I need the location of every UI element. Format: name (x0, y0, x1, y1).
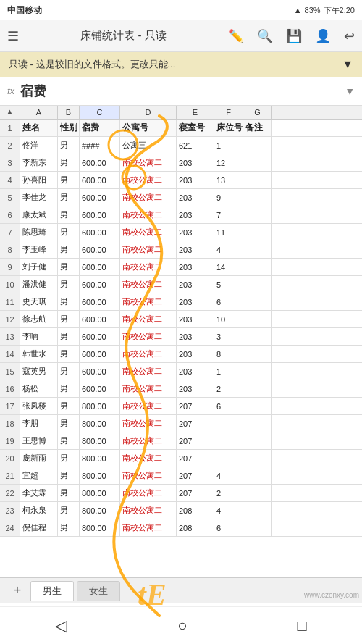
cell-e[interactable]: 203 (177, 380, 214, 397)
cell-a[interactable]: 陈思琦 (20, 224, 58, 241)
tab-male[interactable]: 男生 (30, 581, 74, 601)
cell-e[interactable]: 203 (177, 224, 214, 241)
cell-g[interactable] (243, 172, 272, 188)
table-row[interactable]: 17 张凤楼 男 800.00 南校公寓二 207 6 (0, 398, 362, 415)
cell-g[interactable] (243, 259, 272, 275)
cell-c[interactable]: 600.00 (80, 328, 120, 345)
cell-e[interactable]: 203 (177, 206, 214, 223)
cell-g[interactable] (243, 380, 272, 397)
cell-e[interactable]: 207 (177, 398, 214, 414)
cell-b[interactable]: 男 (58, 485, 80, 501)
cell-f[interactable]: 13 (214, 172, 243, 188)
cell-e[interactable]: 203 (177, 276, 214, 293)
cell-b[interactable]: 男 (58, 415, 80, 432)
cell-a[interactable]: 柯永泉 (20, 502, 58, 519)
cell-b[interactable]: 男 (58, 276, 80, 293)
table-row[interactable]: 15 寇英男 男 600.00 南校公寓二 203 1 (0, 363, 362, 380)
cell-d[interactable]: 南校公寓二 (120, 380, 177, 397)
cell-d[interactable]: 南校公寓二 (120, 346, 177, 362)
cell-b[interactable]: 男 (58, 137, 80, 154)
cell-f[interactable]: 4 (214, 467, 243, 484)
cell-a[interactable]: 徐志航 (20, 311, 58, 327)
search-icon[interactable]: 🔍 (257, 28, 273, 44)
cell-f[interactable] (214, 415, 243, 432)
cell-c[interactable]: 600.00 (80, 189, 120, 206)
cell-c[interactable]: 600.00 (80, 311, 120, 327)
cell-d[interactable]: 南校公寓二 (120, 154, 177, 171)
cell-e[interactable]: 207 (177, 485, 214, 501)
cell-c[interactable]: #### (80, 137, 120, 154)
expand-icon[interactable]: ▼ (342, 58, 353, 71)
cell-g[interactable] (243, 450, 272, 467)
menu-icon[interactable]: ☰ (7, 28, 19, 44)
cell-d[interactable]: 南校公寓二 (120, 485, 177, 501)
cell-g[interactable] (243, 154, 272, 171)
cell-f[interactable]: 7 (214, 206, 243, 223)
cell-e[interactable]: 203 (177, 154, 214, 171)
cell-b[interactable]: 男 (58, 189, 80, 206)
col-header-d[interactable]: D (120, 106, 177, 119)
cell-f[interactable]: 1 (214, 137, 243, 154)
home-button[interactable]: ○ (177, 616, 187, 635)
cell-e[interactable]: 207 (177, 450, 214, 467)
cell-e[interactable]: 207 (177, 467, 214, 484)
cell-c[interactable]: 800.00 (80, 502, 120, 519)
table-row[interactable]: 6 康太斌 男 600.00 南校公寓二 203 7 (0, 206, 362, 224)
table-row[interactable]: 3 李新东 男 600.00 南校公寓二 203 12 (0, 154, 362, 172)
cell-b[interactable]: 男 (58, 450, 80, 467)
cell-e[interactable]: 203 (177, 293, 214, 310)
cell-d[interactable]: 南校公寓二 (120, 276, 177, 293)
cell-c[interactable]: 800.00 (80, 415, 120, 432)
cell-a[interactable]: 杨松 (20, 380, 58, 397)
cell-g[interactable] (243, 519, 272, 536)
cell-g[interactable] (243, 485, 272, 501)
cell-a[interactable]: 李艾霖 (20, 485, 58, 501)
cell-b[interactable]: 男 (58, 224, 80, 241)
cell-e[interactable]: 203 (177, 363, 214, 380)
table-row[interactable]: 21 宜超 男 800.00 南校公寓二 207 4 (0, 467, 362, 485)
cell-c[interactable]: 600.00 (80, 206, 120, 223)
cell-f[interactable]: 6 (214, 293, 243, 310)
cell-c[interactable]: 600.00 (80, 380, 120, 397)
table-row[interactable]: 24 倪佳程 男 800.00 南校公寓二 208 6 (0, 519, 362, 537)
cell-e[interactable]: 203 (177, 311, 214, 327)
cell-d[interactable]: 南校公寓二 (120, 189, 177, 206)
cell-g[interactable] (243, 346, 272, 362)
cell-f[interactable]: 8 (214, 346, 243, 362)
cell-a[interactable]: 刘子健 (20, 259, 58, 275)
cell-g[interactable] (243, 276, 272, 293)
cell-c[interactable]: 600.00 (80, 241, 120, 258)
cell-g[interactable] (243, 432, 272, 449)
cell-f[interactable]: 4 (214, 241, 243, 258)
cell-b[interactable]: 男 (58, 311, 80, 327)
cell-g[interactable] (243, 415, 272, 432)
col-header-c[interactable]: C (80, 106, 120, 119)
cell-f[interactable] (214, 432, 243, 449)
cell-g[interactable] (243, 363, 272, 380)
cell-d[interactable]: 公寓号 (120, 120, 177, 136)
cell-d[interactable]: 南校公寓二 (120, 328, 177, 345)
cell-c[interactable]: 800.00 (80, 467, 120, 484)
cell-c[interactable]: 600.00 (80, 363, 120, 380)
cell-d[interactable]: 南校公寓二 (120, 172, 177, 188)
recent-button[interactable]: □ (298, 616, 307, 635)
cell-f[interactable]: 床位号 (214, 120, 243, 136)
cell-c[interactable]: 800.00 (80, 432, 120, 449)
col-header-b[interactable]: B (58, 106, 80, 119)
cell-a[interactable]: 韩世水 (20, 346, 58, 362)
cell-f[interactable]: 14 (214, 259, 243, 275)
col-header-a[interactable]: A (20, 106, 58, 119)
cell-d[interactable]: 南校公寓二 (120, 519, 177, 536)
cell-d[interactable]: 南校公寓二 (120, 398, 177, 414)
cell-c[interactable]: 600.00 (80, 293, 120, 310)
cell-b[interactable]: 男 (58, 380, 80, 397)
table-row[interactable]: 5 李佳龙 男 600.00 南校公寓二 203 9 (0, 189, 362, 206)
cell-e[interactable]: 207 (177, 432, 214, 449)
table-row[interactable]: 7 陈思琦 男 600.00 南校公寓二 203 11 (0, 224, 362, 241)
edit-icon[interactable]: ✏️ (228, 28, 244, 44)
cell-e[interactable]: 208 (177, 519, 214, 536)
cell-g[interactable] (243, 398, 272, 414)
cell-f[interactable] (214, 450, 243, 467)
back-button[interactable]: ◁ (55, 616, 67, 635)
cell-a[interactable]: 李响 (20, 328, 58, 345)
